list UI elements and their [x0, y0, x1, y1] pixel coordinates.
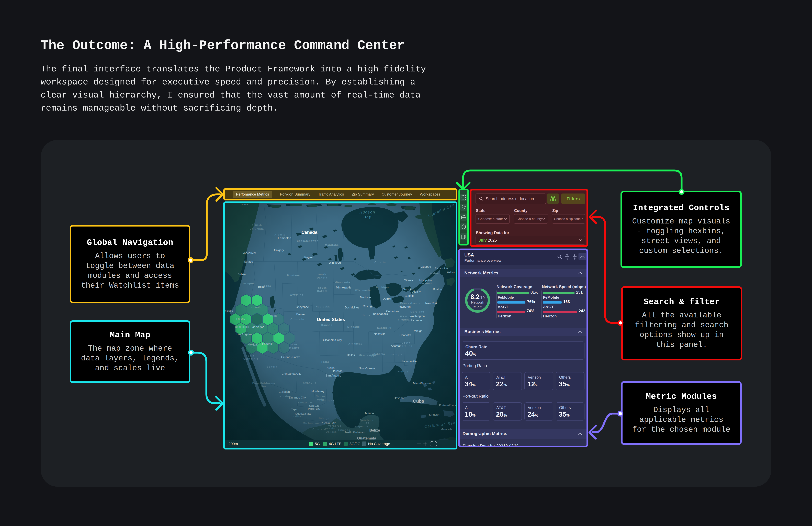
svg-text:3G/2G: 3G/2G — [349, 442, 361, 446]
svg-text:No Coverage: No Coverage — [368, 442, 390, 446]
svg-text:score: score — [473, 304, 482, 308]
svg-text:200m: 200m — [229, 442, 238, 446]
svg-text:Network: Network — [471, 300, 484, 304]
svg-text:5G: 5G — [315, 442, 320, 446]
svg-text:8.2/10: 8.2/10 — [470, 293, 484, 300]
svg-text:4G LTE: 4G LTE — [329, 442, 342, 446]
